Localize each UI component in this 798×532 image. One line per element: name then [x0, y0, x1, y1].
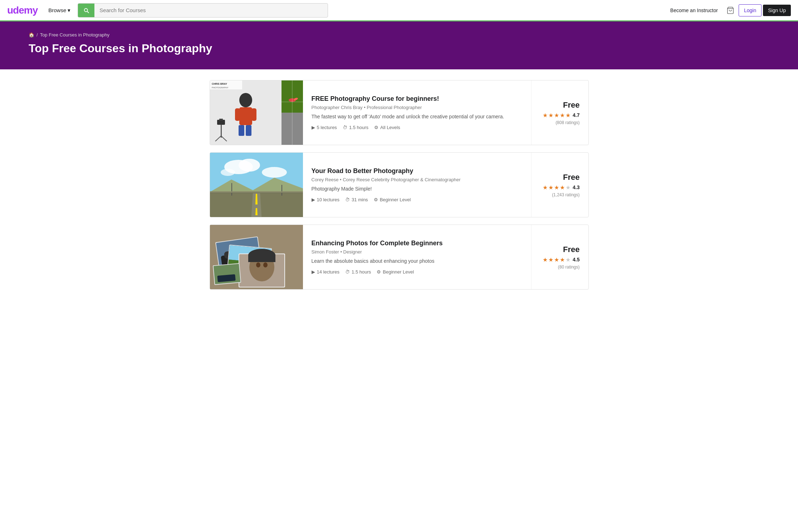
- svg-point-25: [262, 167, 287, 178]
- play-icon-1: ▶: [312, 125, 315, 130]
- play-icon-2: ▶: [312, 197, 315, 202]
- course-info-2: Your Road to Better Photography Corey Re…: [303, 153, 531, 217]
- duration-meta-2: ⏱ 31 mins: [345, 197, 368, 202]
- rating-count-2: (1,243 ratings): [552, 192, 579, 197]
- hero-section: 🏠 / Top Free Courses in Photography Top …: [0, 21, 798, 69]
- breadcrumb-current: Top Free Courses in Photography: [40, 32, 109, 38]
- login-button[interactable]: Login: [739, 4, 762, 16]
- course-description-2: Photography Made Simple!: [312, 185, 523, 193]
- courses-list: CHRIS BRAY PHOTOGRAPHY FREE Photography …: [202, 80, 596, 290]
- level-icon-3: ⚙: [377, 269, 381, 275]
- svg-point-24: [239, 159, 260, 172]
- course-thumbnail-2: [210, 153, 303, 217]
- course-price-3: Free ★ ★ ★ ★ ★ 4.5 (80 ratings): [531, 225, 588, 289]
- course-card-3[interactable]: Enhancing Photos for Complete Beginners …: [210, 225, 589, 290]
- svg-point-50: [256, 262, 260, 267]
- course-image-3: [210, 225, 303, 289]
- svg-rect-5: [217, 120, 225, 125]
- level-1: All Levels: [380, 125, 400, 130]
- svg-rect-9: [235, 108, 240, 121]
- svg-rect-8: [239, 107, 252, 125]
- course-title-1: FREE Photography Course for beginners!: [312, 95, 523, 103]
- lectures-meta-3: ▶ 14 lectures: [312, 269, 340, 275]
- course-price-2: Free ★ ★ ★ ★ ★ 4.3 (1,243 ratings): [531, 153, 588, 217]
- stars-3: ★ ★ ★ ★ ★ 4.5: [543, 256, 579, 263]
- course-description-3: Learn the absolute basics about enhancin…: [312, 257, 523, 265]
- lectures-meta-1: ▶ 5 lectures: [312, 125, 337, 130]
- svg-rect-34: [281, 185, 282, 196]
- level-meta-3: ⚙ Beginner Level: [377, 269, 414, 275]
- level-3: Beginner Level: [383, 269, 414, 275]
- svg-text:PHOTOGRAPHY: PHOTOGRAPHY: [212, 87, 229, 89]
- star-1-5: ★: [566, 112, 571, 119]
- level-meta-1: ⚙ All Levels: [374, 125, 400, 130]
- svg-rect-35: [210, 191, 303, 193]
- course-instructor-2: Corey Reese • Corey Reese Celebrity Phot…: [312, 177, 523, 182]
- breadcrumb: 🏠 / Top Free Courses in Photography: [29, 32, 769, 38]
- lectures-count-3: 14 lectures: [317, 269, 340, 275]
- lectures-count-2: 10 lectures: [317, 197, 340, 202]
- star-3-4: ★: [560, 256, 565, 263]
- svg-rect-2: [221, 123, 222, 138]
- clock-icon-1: ⏱: [343, 125, 347, 130]
- svg-rect-6: [219, 119, 223, 120]
- course-title-3: Enhancing Photos for Complete Beginners: [312, 240, 523, 247]
- home-icon[interactable]: 🏠: [29, 32, 34, 38]
- course-image-2: [210, 153, 303, 217]
- search-input[interactable]: [94, 4, 328, 17]
- star-3-5: ★: [566, 256, 571, 263]
- course-title-2: Your Road to Better Photography: [312, 167, 523, 175]
- course-description-1: The fastest way to get off 'Auto' mode a…: [312, 113, 523, 120]
- svg-point-26: [221, 169, 235, 176]
- star-2-4: ★: [560, 184, 565, 191]
- svg-point-7: [239, 93, 252, 107]
- course-info-1: FREE Photography Course for beginners! P…: [303, 80, 531, 145]
- svg-rect-10: [251, 108, 256, 121]
- course-instructor-3: Simon Foster • Designer: [312, 249, 523, 255]
- course-info-3: Enhancing Photos for Complete Beginners …: [303, 225, 531, 289]
- chevron-down-icon: ▾: [68, 7, 70, 14]
- star-2-2: ★: [548, 184, 553, 191]
- stars-2: ★ ★ ★ ★ ★ 4.3: [543, 184, 579, 191]
- course-price-1: Free ★ ★ ★ ★ ★ 4.7 (808 ratings): [531, 80, 588, 145]
- svg-rect-11: [239, 125, 244, 136]
- svg-marker-31: [255, 208, 258, 215]
- star-3-1: ★: [543, 256, 548, 263]
- play-icon-3: ▶: [312, 269, 315, 275]
- star-3-3: ★: [554, 256, 559, 263]
- duration-meta-1: ⏱ 1.5 hours: [343, 125, 368, 130]
- udemy-logo[interactable]: udemy: [7, 5, 38, 16]
- navbar-right: Become an Instructor Login Sign Up: [666, 4, 791, 17]
- navbar: udemy Browse ▾ Become an Instructor Logi…: [0, 0, 798, 21]
- lectures-meta-2: ▶ 10 lectures: [312, 197, 340, 202]
- course-thumbnail-1: CHRIS BRAY PHOTOGRAPHY: [210, 80, 303, 145]
- rating-number-1: 4.7: [573, 112, 579, 118]
- clock-icon-3: ⏱: [345, 269, 350, 275]
- star-1-4: ★: [560, 112, 565, 119]
- level-icon-1: ⚙: [374, 125, 378, 130]
- svg-point-51: [263, 262, 268, 267]
- svg-rect-53: [248, 254, 275, 262]
- star-3-2: ★: [548, 256, 553, 263]
- star-2-1: ★: [543, 184, 548, 191]
- course-card-1[interactable]: CHRIS BRAY PHOTOGRAPHY FREE Photography …: [210, 80, 589, 145]
- course-image-1: CHRIS BRAY PHOTOGRAPHY: [210, 80, 303, 145]
- star-1-3: ★: [554, 112, 559, 119]
- browse-button[interactable]: Browse ▾: [45, 5, 74, 16]
- clock-icon-2: ⏱: [345, 197, 350, 202]
- become-instructor-link[interactable]: Become an Instructor: [666, 5, 722, 16]
- course-card-2[interactable]: Your Road to Better Photography Corey Re…: [210, 152, 589, 217]
- star-1-2: ★: [548, 112, 553, 119]
- course-meta-3: ▶ 14 lectures ⏱ 1.5 hours ⚙ Beginner Lev…: [312, 269, 523, 275]
- duration-meta-3: ⏱ 1.5 hours: [345, 269, 371, 275]
- search-button[interactable]: [78, 4, 94, 17]
- star-2-5: ★: [566, 184, 571, 191]
- star-1-1: ★: [543, 112, 548, 119]
- signup-button[interactable]: Sign Up: [763, 5, 791, 16]
- rating-count-3: (80 ratings): [558, 265, 580, 270]
- rating-count-1: (808 ratings): [555, 120, 579, 125]
- cart-button[interactable]: [724, 4, 737, 17]
- lectures-count-1: 5 lectures: [317, 125, 337, 130]
- rating-number-3: 4.5: [573, 257, 579, 262]
- duration-2: 31 mins: [352, 197, 368, 202]
